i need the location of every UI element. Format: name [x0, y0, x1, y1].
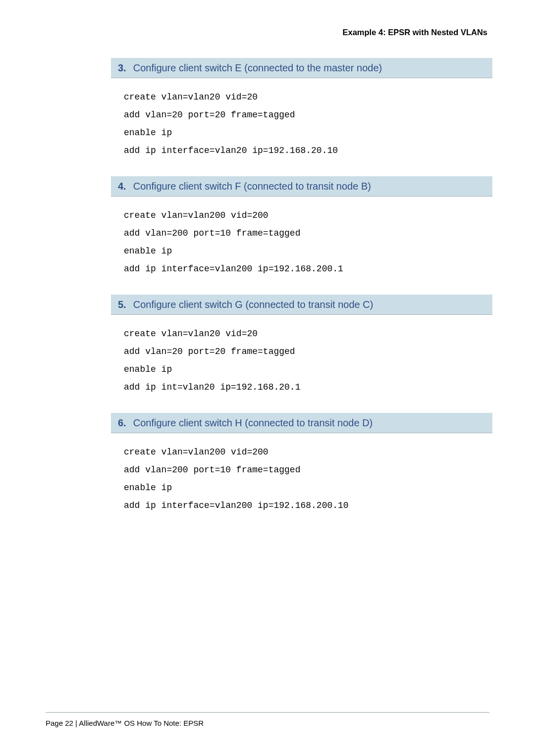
- step-bar-3: 3. Configure client switch E (connected …: [111, 58, 492, 78]
- step-title: Configure client switch H (connected to …: [133, 417, 373, 429]
- spacer: [111, 159, 492, 176]
- code-block-4: create vlan=vlan200 vid=200 add vlan=200…: [111, 197, 492, 278]
- footer-text: Page 22 | AlliedWare™ OS How To Note: EP…: [46, 719, 489, 727]
- footer: Page 22 | AlliedWare™ OS How To Note: EP…: [46, 712, 489, 727]
- page: Example 4: EPSR with Nested VLANs 3. Con…: [0, 0, 535, 756]
- step-title: Configure client switch G (connected to …: [133, 299, 374, 311]
- spacer: [111, 396, 492, 413]
- step-number: 3.: [118, 62, 126, 74]
- step-bar-6: 6. Configure client switch H (connected …: [111, 413, 492, 433]
- step-number: 5.: [118, 299, 126, 311]
- step-bar-5: 5. Configure client switch G (connected …: [111, 295, 492, 315]
- step-title: Configure client switch F (connected to …: [133, 180, 371, 193]
- step-number: 6.: [118, 417, 126, 429]
- code-block-6: create vlan=vlan200 vid=200 add vlan=200…: [111, 433, 492, 514]
- step-bar-4: 4. Configure client switch F (connected …: [111, 176, 492, 197]
- code-block-5: create vlan=vlan20 vid=20 add vlan=20 po…: [111, 315, 492, 396]
- running-header: Example 4: EPSR with Nested VLANs: [46, 28, 489, 37]
- content-area: 3. Configure client switch E (connected …: [111, 58, 492, 514]
- spacer: [111, 278, 492, 295]
- step-number: 4.: [118, 180, 126, 193]
- step-title: Configure client switch E (connected to …: [133, 62, 382, 74]
- footer-rule: [46, 712, 489, 713]
- code-block-3: create vlan=vlan20 vid=20 add vlan=20 po…: [111, 78, 492, 159]
